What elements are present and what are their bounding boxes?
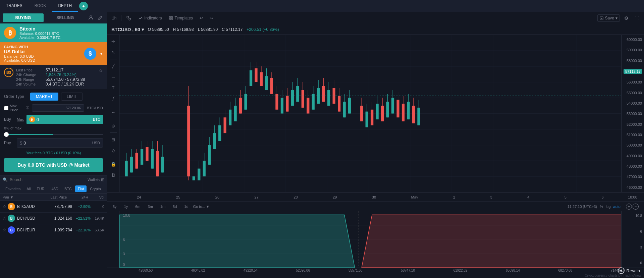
crosshair-tool[interactable]: ✛ (109, 37, 118, 46)
star-icon-bchusd[interactable]: ☆ (3, 216, 6, 221)
tab-eur[interactable]: EUR (34, 185, 47, 192)
max-price-input[interactable] (32, 104, 84, 112)
save-btn[interactable]: Save ▾ (597, 14, 620, 22)
drawing-toolbar: ✛ ↖ ╱ ─ T 𝑓 ← ⊕ ⊞ ◇ 🔒 🗑 (107, 35, 119, 192)
zoom-1y[interactable]: 1y (121, 204, 131, 209)
col-pair[interactable]: Pair ▼ (3, 195, 35, 199)
status-indicator[interactable]: ● (79, 2, 88, 10)
pair-row-btcaud[interactable]: ☆ B BTC/AUD 73,757.98 +2.90% 0 (0, 201, 107, 213)
currency-dropdown-btn[interactable]: ▼ (100, 52, 103, 56)
edit-btn[interactable] (96, 14, 104, 22)
depth-svg-container[interactable]: 10.8 6 3 0 (119, 211, 621, 268)
goto-btn[interactable]: Go to... ▼ (193, 205, 210, 209)
redo-btn[interactable]: ↪ (208, 15, 215, 21)
time-resize-handle[interactable]: 18:00 (621, 195, 644, 199)
tab-favorites[interactable]: Favorites (3, 185, 23, 192)
zoom-3m[interactable]: 3m (145, 204, 156, 209)
svg-rect-122 (417, 108, 420, 125)
market-order-btn[interactable]: MARKET (30, 93, 58, 101)
max-link[interactable]: Max (17, 117, 24, 121)
selling-tab[interactable]: SELLING (45, 13, 86, 22)
svg-rect-32 (156, 151, 159, 176)
compare-btn[interactable] (124, 14, 133, 22)
info-icon[interactable]: ⓘ (26, 106, 29, 110)
timeframe-btn[interactable]: 1h (110, 15, 118, 21)
tab-trades[interactable]: TRADES (0, 0, 29, 12)
svg-rect-36 (187, 106, 190, 176)
pay-row: Pay $ USD (4, 138, 103, 148)
buy-amount-input[interactable] (37, 117, 93, 122)
svg-rect-38 (193, 176, 195, 180)
toolbar-sep-1 (121, 15, 121, 21)
trendline-tool[interactable]: ╱ (109, 61, 118, 71)
zoom-draw-tool[interactable]: ⊞ (109, 135, 118, 144)
col-last-price[interactable]: Last Price (35, 195, 67, 199)
draw-sep-1 (110, 59, 117, 59)
svg-rect-62 (255, 68, 257, 82)
pct-btn[interactable]: % (600, 205, 603, 209)
depth-zoom-out[interactable]: − (633, 204, 639, 210)
col-vol[interactable]: Vol (88, 195, 104, 199)
measure-tool[interactable]: ⊕ (109, 121, 118, 130)
trash-tool[interactable]: 🗑 (109, 170, 118, 179)
undo-btn[interactable]: ↩ (198, 15, 205, 21)
settings-btn[interactable]: ⚙ (622, 14, 631, 22)
buy-button[interactable]: Buy 0.0 BTC with USD @ Market (4, 158, 103, 172)
draw-sep-4 (110, 132, 117, 133)
tab-usd[interactable]: USD (48, 185, 61, 192)
user-icon-btn[interactable] (87, 14, 95, 22)
pay-amount-input[interactable] (23, 141, 92, 146)
max-price-checkbox[interactable] (4, 106, 8, 110)
zoom-5d[interactable]: 5d (170, 204, 179, 209)
tab-crypto[interactable]: Crypto (87, 185, 103, 192)
star-btn[interactable]: ☆ (99, 68, 103, 73)
fullscreen-btn[interactable]: ⛶ (633, 14, 641, 22)
zoom-5y[interactable]: 5y (110, 204, 119, 209)
star-icon-bcheur[interactable]: ☆ (3, 228, 6, 232)
price-scale: 60000.00 59000.00 58000.00 57112.17 5600… (621, 35, 644, 192)
text-tool[interactable]: T (109, 83, 118, 92)
star-icon-btcaud[interactable]: ☆ (3, 204, 6, 209)
toolbar-right: Save ▾ ⚙ ⛶ (597, 14, 641, 22)
fib-tool[interactable]: 𝑓 (109, 94, 118, 103)
zoom-1d[interactable]: 1d (181, 204, 191, 209)
cursor-tool[interactable]: ↖ (109, 48, 118, 57)
pair-row-bcheur[interactable]: ☆ B BCH/EUR 1,099,784 +22.16% 63.5K (0, 224, 107, 236)
svg-rect-96 (343, 102, 345, 117)
log-btn[interactable]: log (606, 205, 611, 209)
buying-tab[interactable]: BUYING (3, 13, 44, 22)
horizontal-line-tool[interactable]: ─ (109, 72, 118, 81)
col-24h[interactable]: 24H (67, 195, 88, 199)
zoom-1m[interactable]: 1m (158, 204, 168, 209)
zoom-6m[interactable]: 6m (132, 204, 143, 209)
auto-btn[interactable]: auto (613, 205, 621, 209)
indicators-btn[interactable]: Indicators (136, 15, 164, 21)
svg-rect-5 (169, 18, 170, 20)
svg-rect-54 (234, 106, 237, 121)
svg-rect-70 (275, 94, 278, 110)
svg-rect-68 (270, 78, 273, 94)
tab-book[interactable]: BOOK (29, 0, 52, 12)
tab-all[interactable]: All (24, 185, 33, 192)
templates-btn[interactable]: Templates (166, 15, 195, 21)
pair-row-bchusd[interactable]: ☆ B BCH/USD 1,324,160 +22.51% 19.4K (0, 213, 107, 224)
depth-zoom-in[interactable]: + (626, 204, 632, 210)
max-price-checkbox-label[interactable]: Max Price ⓘ (4, 104, 29, 112)
ohlc-close: C 57112.17 (222, 27, 243, 32)
limit-order-btn[interactable]: LIMIT (61, 93, 83, 101)
24h-volume-row: 24h Volume 0.4 BTC / 19.2K EUR (16, 82, 96, 87)
tab-flat[interactable]: Flat (75, 185, 87, 192)
back-btn[interactable]: ← (109, 107, 118, 117)
main-chart-area[interactable] (119, 35, 621, 192)
symbol-name[interactable]: BTCUSD , 60 ▾ (111, 27, 144, 32)
buy-slider[interactable] (4, 134, 103, 135)
lock-tool[interactable]: 🔒 (109, 159, 118, 169)
price-46000: 46000.00 (624, 185, 642, 189)
tab-depth[interactable]: DEPTH (52, 0, 78, 12)
depth-y-axis: 10.8 6 3 0 (621, 211, 644, 268)
search-input[interactable] (10, 177, 86, 182)
wallets-btn[interactable]: Wallets ⊞ (88, 177, 104, 182)
pattern-tool[interactable]: ◇ (109, 146, 118, 155)
svg-rect-50 (224, 117, 226, 133)
tab-btc[interactable]: BTC (62, 185, 74, 192)
